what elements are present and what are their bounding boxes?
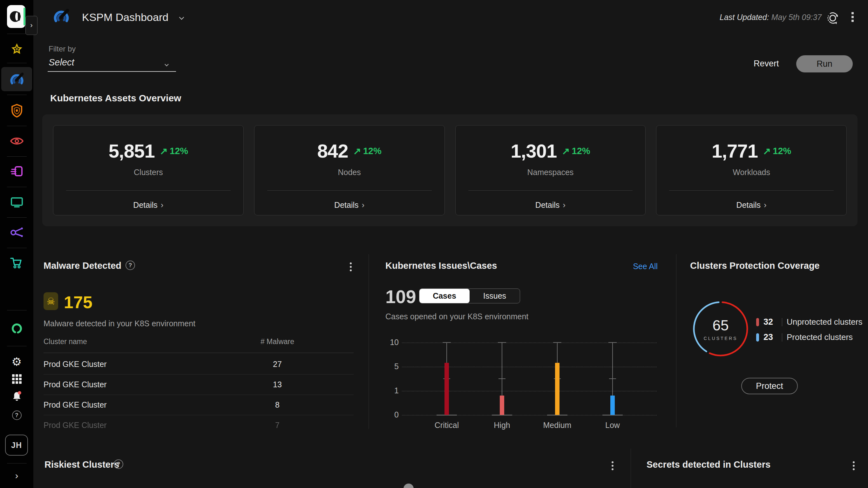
- severity-bar: [610, 396, 615, 415]
- card-divider: [66, 190, 231, 191]
- kpi-label: Nodes: [338, 168, 361, 177]
- last-updated-value: May 5th 09:37: [771, 13, 822, 22]
- sidebar-expand-chevron-icon[interactable]: ›: [15, 471, 19, 480]
- page-title: KSPM Dashboard: [82, 11, 168, 24]
- details-link[interactable]: Details›: [133, 200, 163, 210]
- whisker-top-cap: [609, 342, 617, 343]
- settings-gear-icon[interactable]: ⚙: [11, 355, 22, 369]
- details-link[interactable]: Details›: [334, 200, 365, 210]
- kpi-value: 1,771: [712, 140, 758, 162]
- last-updated-label: Last Updated:: [720, 13, 769, 22]
- sidebar-item-shield-icon[interactable]: [10, 103, 23, 118]
- avatar-initials: JH: [11, 441, 22, 450]
- filter-select[interactable]: Select: [49, 57, 74, 68]
- sidebar-item-cart-icon[interactable]: [10, 257, 24, 269]
- help-icon[interactable]: ?: [12, 410, 22, 420]
- section-divider: [631, 449, 631, 488]
- riskiest-kebab-menu-icon[interactable]: [612, 461, 614, 470]
- sidebar-item-share-icon[interactable]: [10, 227, 24, 238]
- chevron-right-icon: ›: [764, 200, 767, 210]
- kpi-value: 5,851: [108, 140, 155, 162]
- avatar[interactable]: JH: [5, 435, 28, 456]
- cell-cluster-name: Prod GKE Cluster: [43, 400, 107, 409]
- severity-bar: [555, 363, 559, 415]
- severity-bar: [500, 396, 504, 415]
- sidebar-divider: [7, 63, 27, 63]
- legend-protected: 23 Protected clusters: [756, 332, 853, 342]
- sidebar-item-monitor-icon[interactable]: [10, 196, 24, 208]
- scroll-indicator[interactable]: [403, 484, 414, 488]
- tab-cases[interactable]: Cases: [420, 289, 470, 303]
- kpi-delta: ↗12%: [763, 146, 791, 157]
- sidebar-divider: [7, 217, 27, 218]
- cell-malware-count: 13: [233, 380, 322, 389]
- secrets-kebab-menu-icon[interactable]: [853, 461, 855, 470]
- sidebar-divider: [7, 187, 27, 187]
- cell-malware-count: 27: [233, 360, 322, 369]
- legend-separator: [782, 318, 782, 326]
- see-all-link[interactable]: See All: [633, 262, 658, 271]
- card-divider: [669, 190, 834, 191]
- sidebar-item-kspm-dashboard-icon[interactable]: [1, 67, 32, 91]
- issues-subtitle: Cases opened on your K8S environment: [385, 312, 528, 321]
- kpi-label: Namespaces: [527, 168, 574, 177]
- sidebar-divider: [7, 34, 27, 34]
- sidebar-divider: [7, 126, 27, 126]
- malware-subtitle: Malware detected in your K8S environment: [43, 319, 195, 328]
- donut-total: 65: [712, 317, 728, 334]
- last-updated: Last Updated: May 5th 09:37: [720, 13, 822, 22]
- kpi-label: Clusters: [134, 168, 163, 177]
- title-dropdown-chevron-icon[interactable]: [180, 14, 183, 20]
- kpi-value: 842: [317, 140, 348, 162]
- apps-grid-icon[interactable]: [12, 374, 22, 384]
- legend-label: Unprotected clusters: [787, 317, 862, 327]
- kpi-delta: ↗12%: [562, 146, 590, 157]
- card-divider: [468, 190, 633, 191]
- notifications-bell-icon[interactable]: [11, 391, 22, 402]
- x-axis-category-label: Medium: [532, 421, 583, 430]
- riskiest-help-icon[interactable]: ?: [114, 459, 123, 469]
- donut-center: 65 CLUSTERS: [690, 299, 751, 359]
- filter-select-chevron-icon[interactable]: [165, 61, 168, 67]
- run-button[interactable]: Run: [796, 55, 853, 72]
- tab-issues[interactable]: Issues: [470, 289, 520, 303]
- assets-overview-panel: 5,851 ↗12% Clusters Details› 842 ↗12% No…: [42, 114, 858, 226]
- malware-kebab-menu-icon[interactable]: [350, 263, 352, 271]
- sidebar-item-documents-icon[interactable]: [10, 165, 23, 178]
- trend-up-icon: ↗: [763, 146, 771, 157]
- y-axis-tick-label: 1: [385, 386, 399, 395]
- chart-gridline: [402, 391, 657, 391]
- details-link[interactable]: Details›: [535, 200, 565, 210]
- header-kebab-menu-icon[interactable]: [851, 12, 854, 22]
- issues-count: 109: [385, 286, 416, 307]
- whisker-top-cap: [553, 342, 561, 343]
- legend-value: 23: [764, 332, 777, 342]
- sidebar-divider: [7, 310, 27, 310]
- malware-help-icon[interactable]: ?: [125, 261, 135, 270]
- sidebar-item-eye-icon[interactable]: [10, 136, 24, 146]
- revert-button[interactable]: Revert: [754, 59, 779, 69]
- app-root: ⚙ ? JH › ›: [0, 0, 868, 488]
- orca-logo[interactable]: [7, 5, 25, 28]
- skull-icon: ☠: [43, 292, 58, 310]
- chevron-right-icon: ›: [161, 200, 164, 210]
- details-link[interactable]: Details›: [737, 200, 767, 210]
- kpi-card-nodes: 842 ↗12% Nodes Details›: [254, 125, 445, 215]
- refresh-icon[interactable]: [826, 11, 840, 27]
- chevron-right-icon: ›: [563, 200, 565, 210]
- y-axis-tick-label: 5: [385, 362, 399, 371]
- legend-chip-blue: [756, 333, 759, 341]
- whisker-top-cap: [498, 342, 506, 343]
- sidebar-item-favorites-star-icon[interactable]: [10, 42, 24, 55]
- panel-expand-button[interactable]: ›: [25, 16, 37, 35]
- coverage-title: Clusters Protection Coverage: [690, 261, 820, 271]
- sidebar-divider: [7, 95, 27, 95]
- cell-malware-count: 8: [233, 400, 322, 409]
- sidebar-item-orca-ring-icon[interactable]: [10, 322, 23, 335]
- legend-separator: [782, 333, 782, 341]
- cell-cluster-name: Prod GKE Cluster: [43, 380, 107, 389]
- whisker-mid-tick: [498, 378, 505, 379]
- protect-button[interactable]: Protect: [741, 378, 798, 394]
- y-axis-tick-label: 0: [385, 410, 399, 419]
- malware-count: 175: [64, 292, 92, 312]
